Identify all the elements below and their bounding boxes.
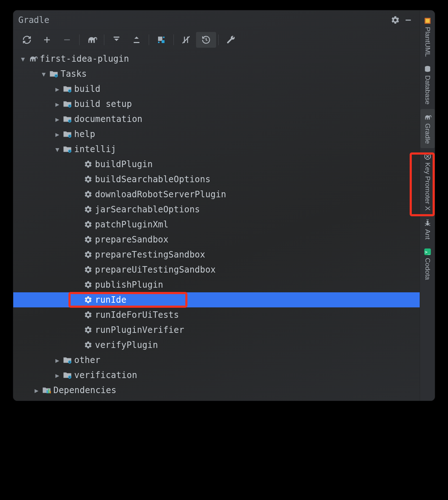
task-patchPluginXml[interactable]: patchPluginXml: [13, 217, 420, 232]
task-prepareTestingSandbox[interactable]: prepareTestingSandbox: [13, 247, 420, 262]
task-runIde[interactable]: runIde: [13, 292, 420, 307]
gear-icon: [83, 205, 94, 214]
gear-icon: [83, 190, 94, 199]
task-runPluginVerifier[interactable]: runPluginVerifier: [13, 322, 420, 338]
task-verifyPlugin[interactable]: verifyPlugin: [13, 338, 420, 353]
toggle-task-activation-button[interactable]: [196, 32, 216, 48]
task-jarSearchableOptions[interactable]: jarSearchableOptions: [13, 202, 420, 217]
chevron-down-icon: ▼: [18, 55, 28, 63]
tree-label: first-idea-plugin: [38, 54, 129, 64]
task-prepareSandbox[interactable]: prepareSandbox: [13, 232, 420, 247]
svg-line-40: [426, 220, 428, 220]
task-group-verification[interactable]: ▶ verification: [13, 368, 420, 383]
project-node[interactable]: ▼ first-idea-plugin: [13, 51, 420, 66]
codota-icon: >_: [424, 248, 432, 256]
gradle-panel: Gradle: [13, 10, 420, 401]
stripe-codota[interactable]: >_ Codota: [420, 244, 435, 284]
build-tool-settings-button[interactable]: [221, 32, 241, 48]
dependencies-icon: [41, 386, 52, 394]
folder-cog-icon: [62, 356, 73, 364]
tree-label: Run Configurations: [52, 400, 148, 401]
remove-button[interactable]: [57, 32, 77, 48]
collapse-all-button[interactable]: [127, 32, 147, 48]
tree-label: prepareSandbox: [94, 235, 168, 245]
task-prepareUiTestingSandbox[interactable]: prepareUiTestingSandbox: [13, 262, 420, 277]
hide-panel-button[interactable]: [402, 14, 415, 27]
tree-label: downloadRobotServerPlugin: [94, 189, 226, 199]
tree-label: runPluginVerifier: [94, 325, 184, 335]
minimize-icon: [404, 16, 412, 24]
chevron-right-icon: ▶: [53, 357, 62, 364]
diagram-icon: [157, 36, 166, 44]
run-configurations-node[interactable]: ▶ Run Configurations: [13, 398, 420, 401]
svg-line-43: [429, 223, 430, 224]
folder-cog-icon: [62, 85, 73, 93]
settings-button[interactable]: [389, 14, 402, 27]
svg-rect-31: [50, 391, 51, 393]
tree-label: runIde: [94, 295, 127, 305]
svg-rect-8: [163, 37, 165, 38]
chevron-right-icon: ▶: [32, 387, 41, 394]
task-group-other[interactable]: ▶ other: [13, 353, 420, 368]
show-dependencies-button[interactable]: [151, 32, 171, 48]
stripe-ant[interactable]: Ant: [420, 215, 435, 244]
gear-icon: [83, 296, 94, 304]
add-button[interactable]: [37, 32, 57, 48]
database-icon: [424, 65, 432, 73]
svg-line-45: [429, 225, 430, 226]
stripe-key-promoter[interactable]: Key Promoter X: [420, 148, 435, 215]
expand-all-button[interactable]: [106, 32, 127, 48]
tasks-node[interactable]: ▼ Tasks: [13, 66, 420, 81]
gear-icon: [83, 175, 94, 184]
chevron-down-icon: ▼: [39, 70, 48, 78]
folder-cog-icon: [62, 100, 73, 108]
key-promoter-icon: [424, 152, 432, 160]
task-group-documentation[interactable]: ▶ documentation: [13, 112, 420, 127]
task-runIdeForUiTests[interactable]: runIdeForUiTests: [13, 307, 420, 322]
chevron-right-icon: ▶: [53, 100, 62, 108]
svg-rect-5: [134, 42, 139, 43]
task-group-build-setup[interactable]: ▶ build setup: [13, 96, 420, 112]
svg-text:>_: >_: [425, 249, 430, 255]
task-publishPlugin[interactable]: publishPlugin: [13, 277, 420, 292]
svg-point-26: [69, 362, 70, 363]
tree-label: verifyPlugin: [94, 340, 158, 350]
elephant-icon: [86, 36, 97, 44]
tree-label: prepareUiTestingSandbox: [94, 265, 216, 275]
reload-button[interactable]: [17, 32, 37, 48]
stripe-plantuml[interactable]: PlantUML: [420, 13, 435, 61]
tree-label: Tasks: [59, 69, 87, 79]
task-downloadRobotServerPlugin[interactable]: downloadRobotServerPlugin: [13, 187, 420, 202]
dependencies-node[interactable]: ▶ Dependencies: [13, 383, 420, 398]
gear-icon: [83, 326, 94, 334]
task-group-build[interactable]: ▶ build: [13, 81, 420, 96]
folder-cog-icon: [62, 130, 73, 138]
task-group-help[interactable]: ▶ help: [13, 127, 420, 142]
tree-label: Dependencies: [52, 385, 116, 395]
svg-line-12: [182, 36, 190, 43]
task-group-intellij[interactable]: ▼ intellij: [13, 142, 420, 157]
svg-point-14: [56, 75, 57, 76]
chevron-right-icon: ▶: [53, 372, 62, 379]
svg-rect-4: [114, 37, 119, 38]
stripe-gradle[interactable]: Gradle: [420, 109, 435, 148]
task-buildSearchableOptions[interactable]: buildSearchableOptions: [13, 172, 420, 187]
gradle-projects-tree[interactable]: ▼ first-idea-plugin ▼ Tasks ▶ build: [13, 50, 420, 401]
toggle-offline-button[interactable]: [176, 32, 196, 48]
svg-point-18: [69, 105, 70, 107]
tree-label: publishPlugin: [94, 280, 163, 290]
task-buildPlugin[interactable]: buildPlugin: [13, 157, 420, 172]
panel-titlebar: Gradle: [13, 10, 420, 30]
svg-rect-30: [48, 389, 49, 393]
svg-point-28: [69, 377, 70, 378]
stripe-database[interactable]: Database: [420, 61, 435, 109]
stripe-label: Gradle: [424, 123, 432, 144]
tree-label: build setup: [73, 99, 132, 109]
execute-task-button[interactable]: [82, 32, 102, 48]
svg-rect-7: [162, 40, 165, 43]
folder-cog-icon: [62, 371, 73, 379]
gear-icon: [83, 220, 94, 229]
chevron-right-icon: ▶: [53, 131, 62, 138]
stripe-label: Codota: [424, 258, 432, 280]
tree-label: intellij: [73, 144, 116, 154]
